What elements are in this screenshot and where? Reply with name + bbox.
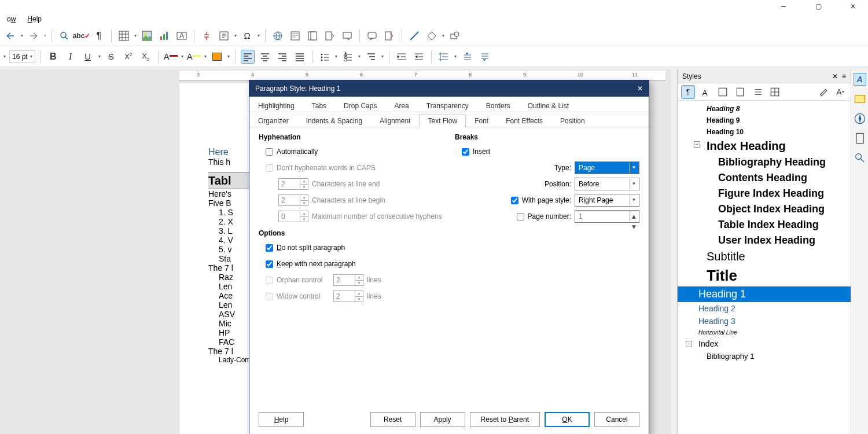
font-color-icon[interactable]: A (164, 50, 178, 64)
style-item[interactable]: Title (678, 265, 851, 286)
bullet-list-icon[interactable] (318, 50, 332, 64)
sidebar-gallery-icon[interactable] (854, 93, 866, 105)
style-item[interactable]: Heading 10 (678, 126, 851, 138)
style-item[interactable]: Heading 1 (678, 286, 851, 302)
tab-indents-spacing[interactable]: Indents & Spacing (297, 114, 371, 127)
tree-toggle-icon[interactable]: − (694, 141, 700, 148)
style-item[interactable]: Bibliography 1 (678, 350, 851, 362)
tab-tabs[interactable]: Tabs (303, 99, 335, 112)
style-item[interactable]: Heading 3 (678, 315, 851, 328)
style-item[interactable]: Heading 9 (678, 115, 851, 126)
reset-parent-button[interactable]: Reset to Parent (470, 412, 540, 427)
tab-alignment[interactable]: Alignment (371, 114, 419, 127)
tab-font-effects[interactable]: Font Effects (497, 114, 551, 127)
menu-window[interactable]: ow (2, 14, 20, 24)
sidebar-style-inspector-icon[interactable] (854, 152, 866, 164)
style-item[interactable]: Table Index Heading (678, 217, 851, 233)
reset-button[interactable]: Reset (370, 412, 415, 427)
insert-image-icon[interactable] (140, 29, 154, 43)
track-changes-icon[interactable] (382, 29, 396, 43)
character-styles-icon[interactable]: A (698, 85, 712, 99)
insert-table-icon[interactable] (117, 29, 131, 43)
style-item[interactable]: Index Heading− (678, 138, 851, 155)
bold-icon[interactable]: B (46, 50, 60, 64)
ok-button[interactable]: OK (545, 412, 590, 427)
table-styles-icon[interactable] (768, 85, 782, 99)
frame-styles-icon[interactable] (716, 85, 730, 99)
special-char-icon[interactable]: Ω (240, 29, 254, 43)
spellcheck-icon[interactable]: abc✓ (75, 29, 89, 43)
page-styles-icon[interactable] (733, 85, 747, 99)
strikethrough-icon[interactable]: S (104, 50, 118, 64)
styles-list[interactable]: Heading 8Heading 9Heading 10Index Headin… (678, 101, 851, 432)
with-style-combo[interactable]: Right Page▼ (575, 194, 639, 207)
draw-functions-icon[interactable] (448, 29, 462, 43)
dialog-titlebar[interactable]: Paragraph Style: Heading 1 ✕ (249, 80, 649, 97)
paragraph-styles-icon[interactable]: ¶ (681, 85, 695, 99)
tab-outline-list[interactable]: Outline & List (519, 99, 578, 112)
insert-checkbox[interactable] (462, 148, 469, 156)
undo-icon[interactable] (3, 29, 17, 43)
insert-textbox-icon[interactable]: A (175, 29, 189, 43)
position-combo[interactable]: Before▼ (575, 178, 639, 190)
underline-icon[interactable]: U (81, 50, 95, 64)
font-size-combo[interactable]: 16 pt▾ (9, 50, 35, 63)
tab-font[interactable]: Font (466, 114, 497, 127)
styles-close-icon[interactable]: ✕ (830, 72, 840, 80)
tab-organizer[interactable]: Organizer (249, 114, 297, 127)
number-list-icon[interactable]: 123 (341, 50, 355, 64)
dialog-close-icon[interactable]: ✕ (637, 84, 643, 93)
tab-borders[interactable]: Borders (477, 99, 519, 112)
bookmark-icon[interactable] (306, 29, 319, 43)
footnote-icon[interactable] (288, 29, 302, 43)
style-item[interactable]: Horizontal Line (678, 328, 851, 337)
line-spacing-icon[interactable] (437, 50, 451, 64)
minimize-button[interactable]: ─ (773, 1, 794, 12)
automatically-checkbox[interactable] (266, 148, 273, 156)
close-button[interactable]: ✕ (843, 1, 863, 12)
list-styles-icon[interactable] (751, 85, 764, 99)
sidebar-properties-icon[interactable]: A (854, 73, 866, 86)
para-spacing-increase-icon[interactable] (460, 50, 474, 64)
comment-icon[interactable] (365, 29, 379, 43)
menu-help[interactable]: Help (23, 14, 46, 24)
basic-shapes-icon[interactable] (425, 29, 439, 43)
style-item[interactable]: Object Index Heading (678, 201, 851, 217)
style-item[interactable]: Bibliography Heading (678, 155, 851, 170)
tab-area[interactable]: Area (385, 99, 417, 112)
para-spacing-decrease-icon[interactable] (477, 50, 491, 64)
cancel-button[interactable]: Cancel (594, 412, 639, 427)
char-highlight-icon[interactable] (210, 50, 224, 64)
maximize-button[interactable]: ▢ (808, 1, 829, 12)
tree-toggle-icon[interactable]: − (686, 341, 692, 347)
insert-field-icon[interactable] (217, 29, 231, 43)
page-num-checkbox[interactable] (517, 213, 524, 220)
apply-button[interactable]: Apply (420, 412, 465, 427)
align-right-icon[interactable] (275, 50, 289, 64)
fill-format-icon[interactable] (816, 85, 830, 99)
sidebar-navigator-icon[interactable] (854, 112, 866, 125)
sidebar-page-icon[interactable] (854, 132, 866, 145)
help-button[interactable]: Help (259, 412, 304, 427)
style-item[interactable]: Figure Index Heading (678, 186, 851, 201)
style-item[interactable]: Contents Heading (678, 170, 851, 186)
increase-indent-icon[interactable] (395, 50, 409, 64)
style-item[interactable]: Subtitle (678, 248, 851, 265)
tab-highlighting[interactable]: Highlighting (249, 99, 303, 112)
type-combo[interactable]: Page▼ (575, 161, 639, 174)
align-center-icon[interactable] (258, 50, 272, 64)
subscript-icon[interactable]: X2 (139, 50, 153, 64)
decrease-indent-icon[interactable] (412, 50, 426, 64)
style-item[interactable]: Heading 2 (678, 302, 851, 315)
styles-menu-icon[interactable]: ≡ (842, 72, 846, 80)
cross-ref-icon[interactable] (323, 29, 337, 43)
with-style-checkbox[interactable] (511, 197, 518, 204)
tab-transparency[interactable]: Transparency (418, 99, 477, 112)
page-break-icon[interactable] (200, 29, 214, 43)
tab-text-flow[interactable]: Text Flow (419, 114, 466, 127)
style-item[interactable]: Heading 8 (678, 103, 851, 115)
new-style-icon[interactable]: A▾ (833, 85, 847, 99)
comment-icon-2[interactable] (340, 29, 354, 43)
italic-icon[interactable]: I (64, 50, 78, 64)
line-icon[interactable] (407, 29, 421, 43)
